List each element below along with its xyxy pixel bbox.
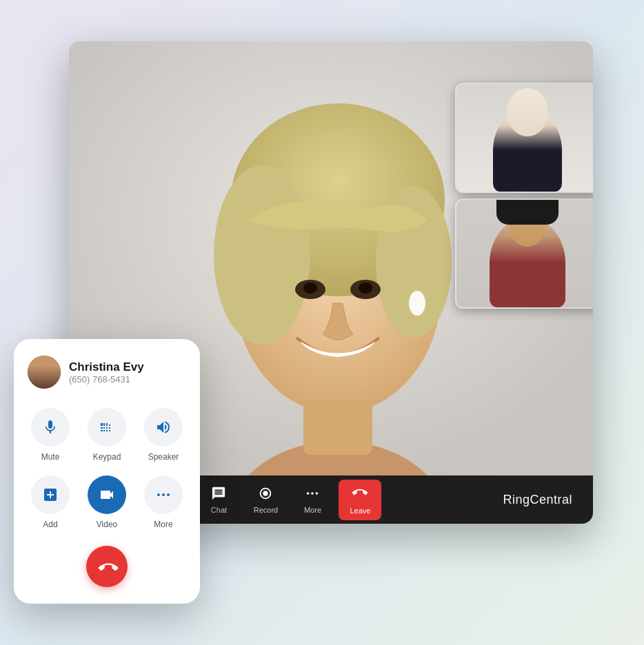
speaker-label: Speaker bbox=[148, 452, 179, 462]
leave-button[interactable]: Leave bbox=[339, 480, 381, 520]
end-call-button[interactable] bbox=[86, 546, 128, 587]
svg-point-21 bbox=[167, 493, 170, 496]
contact-info: Christina Evy (650) 768-5431 bbox=[69, 360, 144, 385]
participant-2-video bbox=[456, 200, 593, 307]
thumbnail-container bbox=[455, 83, 593, 309]
more-button[interactable]: More bbox=[292, 480, 333, 520]
mute-icon-circle bbox=[31, 408, 70, 447]
speaker-button[interactable]: Speaker bbox=[141, 408, 186, 462]
svg-point-11 bbox=[359, 283, 372, 294]
record-label: Record bbox=[254, 506, 278, 514]
brand-logo: RingCentral bbox=[503, 493, 572, 507]
avatar-image bbox=[28, 356, 61, 389]
speaker-icon-circle bbox=[144, 408, 183, 447]
svg-point-6 bbox=[214, 165, 310, 345]
more-phone-icon-circle bbox=[144, 475, 183, 514]
chat-label: Chat bbox=[211, 506, 227, 514]
keypad-label: Keypad bbox=[93, 452, 121, 462]
keypad-button[interactable]: Keypad bbox=[84, 408, 130, 462]
more-phone-button[interactable]: More bbox=[141, 475, 186, 529]
contact-name: Christina Evy bbox=[69, 360, 144, 374]
chat-button[interactable]: Chat bbox=[198, 480, 239, 520]
svg-point-16 bbox=[307, 492, 310, 495]
add-icon-circle bbox=[31, 475, 70, 514]
mute-label: Mute bbox=[41, 452, 60, 462]
video-button[interactable]: Video bbox=[84, 475, 130, 529]
action-buttons-grid: Mute Keypad Speaker bbox=[28, 408, 186, 529]
svg-point-10 bbox=[303, 283, 317, 294]
video-label: Video bbox=[97, 520, 117, 529]
svg-point-15 bbox=[263, 491, 268, 495]
add-label: Add bbox=[43, 520, 57, 529]
phone-call-ui: Christina Evy (650) 768-5431 Mute Keypad bbox=[14, 339, 200, 604]
end-call-icon bbox=[92, 551, 122, 582]
participant-1-video bbox=[456, 84, 593, 192]
record-icon bbox=[258, 486, 273, 503]
leave-label: Leave bbox=[350, 506, 370, 515]
more-icon bbox=[305, 486, 320, 503]
participant-2-hair bbox=[496, 200, 559, 225]
thumbnail-participant-1 bbox=[455, 83, 593, 193]
svg-point-19 bbox=[157, 493, 160, 496]
svg-point-20 bbox=[162, 493, 165, 496]
svg-rect-13 bbox=[303, 400, 372, 455]
contact-phone: (650) 768-5431 bbox=[69, 374, 144, 385]
keypad-icon-circle bbox=[88, 408, 126, 447]
chat-icon bbox=[211, 486, 226, 503]
svg-point-12 bbox=[409, 291, 425, 316]
svg-point-18 bbox=[316, 492, 319, 495]
end-call-container bbox=[28, 546, 186, 587]
mute-button[interactable]: Mute bbox=[28, 408, 73, 462]
svg-point-17 bbox=[312, 492, 314, 495]
add-button[interactable]: Add bbox=[28, 475, 73, 529]
video-icon-circle bbox=[88, 475, 126, 514]
record-button[interactable]: Record bbox=[245, 480, 286, 520]
contact-row: Christina Evy (650) 768-5431 bbox=[28, 356, 186, 389]
more-label: More bbox=[304, 506, 321, 514]
more-phone-label: More bbox=[154, 520, 172, 529]
avatar bbox=[28, 356, 61, 389]
thumbnail-participant-2 bbox=[455, 198, 593, 309]
leave-icon bbox=[352, 485, 368, 504]
